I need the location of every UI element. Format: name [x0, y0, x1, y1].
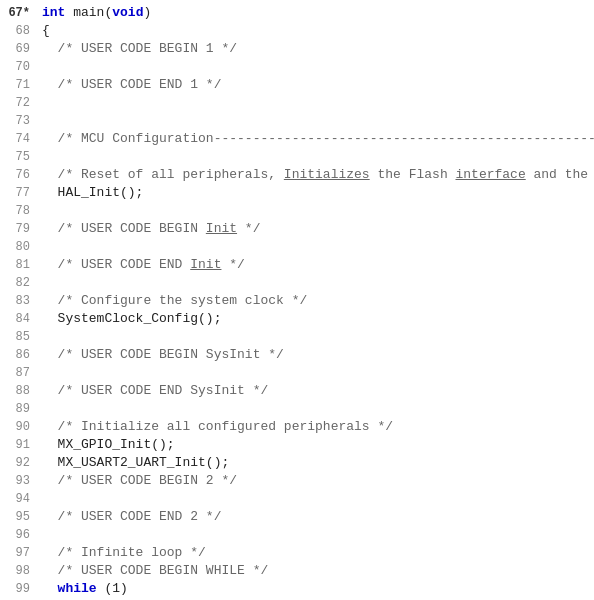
code-content: /* USER CODE BEGIN Init */ — [38, 220, 594, 238]
code-line: 79 /* USER CODE BEGIN Init */ — [0, 220, 594, 238]
code-line: 78 — [0, 202, 594, 220]
code-content: while (1) — [38, 580, 594, 598]
code-line: 77 HAL_Init(); — [0, 184, 594, 202]
code-line: 90 /* Initialize all configured peripher… — [0, 418, 594, 436]
code-line: 92 MX_USART2_UART_Init(); — [0, 454, 594, 472]
code-line: 69 /* USER CODE BEGIN 1 */ — [0, 40, 594, 58]
line-number: 80 — [0, 238, 38, 256]
code-line: 82 — [0, 274, 594, 292]
line-number: 95 — [0, 508, 38, 526]
line-number: 75 — [0, 148, 38, 166]
line-number: 76 — [0, 166, 38, 184]
line-number: 83 — [0, 292, 38, 310]
line-number: 92 — [0, 454, 38, 472]
code-line: 67*int main(void) — [0, 4, 594, 22]
line-number: 87 — [0, 364, 38, 382]
code-content: /* USER CODE END Init */ — [38, 256, 594, 274]
code-content: /* Configure the system clock */ — [38, 292, 594, 310]
line-number: 68 — [0, 22, 38, 40]
code-content: /* USER CODE BEGIN WHILE */ — [38, 562, 594, 580]
line-number: 71 — [0, 76, 38, 94]
line-number: 74 — [0, 130, 38, 148]
code-content: MX_GPIO_Init(); — [38, 436, 594, 454]
code-line: 72 — [0, 94, 594, 112]
code-line: 84 SystemClock_Config(); — [0, 310, 594, 328]
line-number: 72 — [0, 94, 38, 112]
code-line: 86 /* USER CODE BEGIN SysInit */ — [0, 346, 594, 364]
code-line: 85 — [0, 328, 594, 346]
line-number: 70 — [0, 58, 38, 76]
code-line: 89 — [0, 400, 594, 418]
code-line: 71 /* USER CODE END 1 */ — [0, 76, 594, 94]
code-view: 67*int main(void)68{69 /* USER CODE BEGI… — [0, 0, 594, 600]
line-number: 97 — [0, 544, 38, 562]
code-content: int main(void) — [38, 4, 594, 22]
code-line: 93 /* USER CODE BEGIN 2 */ — [0, 472, 594, 490]
code-line: 99 while (1) — [0, 580, 594, 598]
code-content: MX_USART2_UART_Init(); — [38, 454, 594, 472]
code-line: 94 — [0, 490, 594, 508]
code-content: /* Initialize all configured peripherals… — [38, 418, 594, 436]
code-content: /* USER CODE END SysInit */ — [38, 382, 594, 400]
line-number: 86 — [0, 346, 38, 364]
code-content: /* Reset of all peripherals, Initializes… — [38, 166, 594, 184]
line-number: 73 — [0, 112, 38, 130]
line-number: 67* — [0, 4, 38, 22]
code-line: 76 /* Reset of all peripherals, Initiali… — [0, 166, 594, 184]
code-content: /* USER CODE BEGIN SysInit */ — [38, 346, 594, 364]
code-line: 91 MX_GPIO_Init(); — [0, 436, 594, 454]
code-content: /* Infinite loop */ — [38, 544, 594, 562]
line-number: 78 — [0, 202, 38, 220]
code-line: 75 — [0, 148, 594, 166]
line-number: 89 — [0, 400, 38, 418]
code-line: 70 — [0, 58, 594, 76]
code-line: 95 /* USER CODE END 2 */ — [0, 508, 594, 526]
line-number: 90 — [0, 418, 38, 436]
code-content: { — [38, 22, 594, 40]
line-number: 91 — [0, 436, 38, 454]
line-number: 93 — [0, 472, 38, 490]
line-number: 79 — [0, 220, 38, 238]
line-number: 85 — [0, 328, 38, 346]
code-line: 74 /* MCU Configuration-----------------… — [0, 130, 594, 148]
code-content: HAL_Init(); — [38, 184, 594, 202]
code-content: /* MCU Configuration--------------------… — [38, 130, 594, 148]
code-line: 83 /* Configure the system clock */ — [0, 292, 594, 310]
code-line: 80 — [0, 238, 594, 256]
code-line: 98 /* USER CODE BEGIN WHILE */ — [0, 562, 594, 580]
code-content: SystemClock_Config(); — [38, 310, 594, 328]
line-number: 94 — [0, 490, 38, 508]
line-number: 77 — [0, 184, 38, 202]
line-number: 81 — [0, 256, 38, 274]
code-line: 87 — [0, 364, 594, 382]
line-number: 69 — [0, 40, 38, 58]
line-number: 96 — [0, 526, 38, 544]
code-line: 81 /* USER CODE END Init */ — [0, 256, 594, 274]
code-line: 88 /* USER CODE END SysInit */ — [0, 382, 594, 400]
line-number: 98 — [0, 562, 38, 580]
code-line: 96 — [0, 526, 594, 544]
line-number: 84 — [0, 310, 38, 328]
code-content: /* USER CODE BEGIN 1 */ — [38, 40, 594, 58]
code-line: 68{ — [0, 22, 594, 40]
code-content: /* USER CODE END 2 */ — [38, 508, 594, 526]
line-number: 99 — [0, 580, 38, 598]
code-line: 73 — [0, 112, 594, 130]
line-number: 88 — [0, 382, 38, 400]
code-content: /* USER CODE BEGIN 2 */ — [38, 472, 594, 490]
code-line: 97 /* Infinite loop */ — [0, 544, 594, 562]
code-content: /* USER CODE END 1 */ — [38, 76, 594, 94]
line-number: 82 — [0, 274, 38, 292]
